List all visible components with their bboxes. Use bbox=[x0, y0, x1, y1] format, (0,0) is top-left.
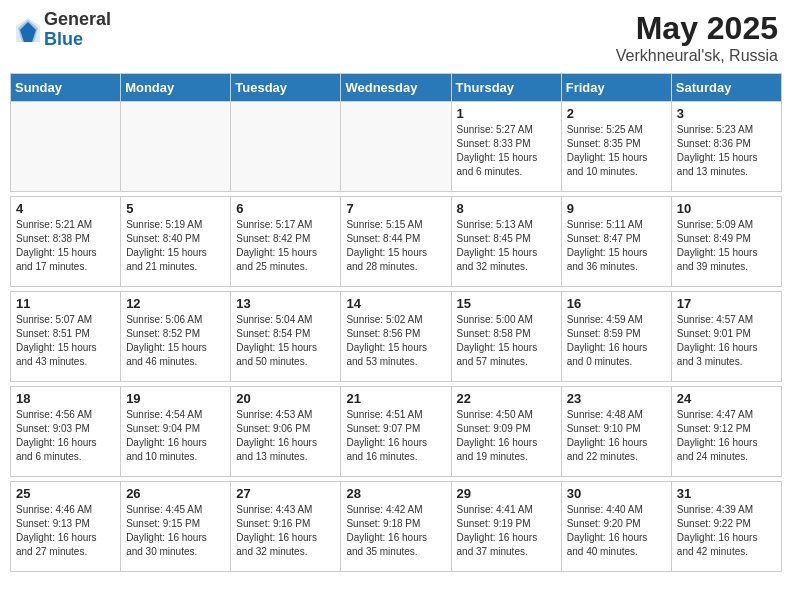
calendar-table: SundayMondayTuesdayWednesdayThursdayFrid… bbox=[10, 73, 782, 572]
calendar-cell: 19Sunrise: 4:54 AM Sunset: 9:04 PM Dayli… bbox=[121, 387, 231, 477]
day-number: 12 bbox=[126, 296, 225, 311]
logo-icon bbox=[14, 16, 42, 44]
day-info: Sunrise: 4:39 AM Sunset: 9:22 PM Dayligh… bbox=[677, 503, 776, 559]
calendar-cell: 9Sunrise: 5:11 AM Sunset: 8:47 PM Daylig… bbox=[561, 197, 671, 287]
title-block: May 2025 Verkhneural'sk, Russia bbox=[616, 10, 778, 65]
day-number: 17 bbox=[677, 296, 776, 311]
calendar-cell: 24Sunrise: 4:47 AM Sunset: 9:12 PM Dayli… bbox=[671, 387, 781, 477]
week-row-2: 4Sunrise: 5:21 AM Sunset: 8:38 PM Daylig… bbox=[11, 197, 782, 287]
day-info: Sunrise: 5:27 AM Sunset: 8:33 PM Dayligh… bbox=[457, 123, 556, 179]
day-number: 8 bbox=[457, 201, 556, 216]
calendar-cell: 8Sunrise: 5:13 AM Sunset: 8:45 PM Daylig… bbox=[451, 197, 561, 287]
day-number: 7 bbox=[346, 201, 445, 216]
weekday-header-row: SundayMondayTuesdayWednesdayThursdayFrid… bbox=[11, 74, 782, 102]
day-number: 13 bbox=[236, 296, 335, 311]
calendar-cell: 15Sunrise: 5:00 AM Sunset: 8:58 PM Dayli… bbox=[451, 292, 561, 382]
day-number: 16 bbox=[567, 296, 666, 311]
day-number: 31 bbox=[677, 486, 776, 501]
calendar-cell bbox=[121, 102, 231, 192]
calendar-cell: 4Sunrise: 5:21 AM Sunset: 8:38 PM Daylig… bbox=[11, 197, 121, 287]
day-info: Sunrise: 5:04 AM Sunset: 8:54 PM Dayligh… bbox=[236, 313, 335, 369]
weekday-header-friday: Friday bbox=[561, 74, 671, 102]
calendar-cell: 13Sunrise: 5:04 AM Sunset: 8:54 PM Dayli… bbox=[231, 292, 341, 382]
calendar-cell: 20Sunrise: 4:53 AM Sunset: 9:06 PM Dayli… bbox=[231, 387, 341, 477]
week-row-3: 11Sunrise: 5:07 AM Sunset: 8:51 PM Dayli… bbox=[11, 292, 782, 382]
weekday-header-wednesday: Wednesday bbox=[341, 74, 451, 102]
calendar-cell: 3Sunrise: 5:23 AM Sunset: 8:36 PM Daylig… bbox=[671, 102, 781, 192]
logo: General Blue bbox=[14, 10, 111, 50]
day-info: Sunrise: 5:25 AM Sunset: 8:35 PM Dayligh… bbox=[567, 123, 666, 179]
calendar-cell: 17Sunrise: 4:57 AM Sunset: 9:01 PM Dayli… bbox=[671, 292, 781, 382]
day-number: 3 bbox=[677, 106, 776, 121]
day-info: Sunrise: 5:17 AM Sunset: 8:42 PM Dayligh… bbox=[236, 218, 335, 274]
calendar-cell: 6Sunrise: 5:17 AM Sunset: 8:42 PM Daylig… bbox=[231, 197, 341, 287]
day-info: Sunrise: 5:21 AM Sunset: 8:38 PM Dayligh… bbox=[16, 218, 115, 274]
calendar-cell: 10Sunrise: 5:09 AM Sunset: 8:49 PM Dayli… bbox=[671, 197, 781, 287]
day-number: 15 bbox=[457, 296, 556, 311]
day-number: 25 bbox=[16, 486, 115, 501]
day-number: 21 bbox=[346, 391, 445, 406]
day-info: Sunrise: 4:45 AM Sunset: 9:15 PM Dayligh… bbox=[126, 503, 225, 559]
day-info: Sunrise: 4:57 AM Sunset: 9:01 PM Dayligh… bbox=[677, 313, 776, 369]
calendar-cell: 30Sunrise: 4:40 AM Sunset: 9:20 PM Dayli… bbox=[561, 482, 671, 572]
calendar-cell: 29Sunrise: 4:41 AM Sunset: 9:19 PM Dayli… bbox=[451, 482, 561, 572]
day-number: 30 bbox=[567, 486, 666, 501]
month-year-title: May 2025 bbox=[616, 10, 778, 47]
calendar-cell: 23Sunrise: 4:48 AM Sunset: 9:10 PM Dayli… bbox=[561, 387, 671, 477]
calendar-cell: 18Sunrise: 4:56 AM Sunset: 9:03 PM Dayli… bbox=[11, 387, 121, 477]
day-info: Sunrise: 4:40 AM Sunset: 9:20 PM Dayligh… bbox=[567, 503, 666, 559]
day-info: Sunrise: 4:59 AM Sunset: 8:59 PM Dayligh… bbox=[567, 313, 666, 369]
logo-general-text: General bbox=[44, 10, 111, 30]
weekday-header-thursday: Thursday bbox=[451, 74, 561, 102]
day-info: Sunrise: 5:00 AM Sunset: 8:58 PM Dayligh… bbox=[457, 313, 556, 369]
calendar-cell: 7Sunrise: 5:15 AM Sunset: 8:44 PM Daylig… bbox=[341, 197, 451, 287]
day-info: Sunrise: 5:15 AM Sunset: 8:44 PM Dayligh… bbox=[346, 218, 445, 274]
day-info: Sunrise: 5:19 AM Sunset: 8:40 PM Dayligh… bbox=[126, 218, 225, 274]
day-number: 5 bbox=[126, 201, 225, 216]
weekday-header-tuesday: Tuesday bbox=[231, 74, 341, 102]
location-subtitle: Verkhneural'sk, Russia bbox=[616, 47, 778, 65]
day-number: 23 bbox=[567, 391, 666, 406]
week-row-1: 1Sunrise: 5:27 AM Sunset: 8:33 PM Daylig… bbox=[11, 102, 782, 192]
day-info: Sunrise: 5:11 AM Sunset: 8:47 PM Dayligh… bbox=[567, 218, 666, 274]
day-number: 19 bbox=[126, 391, 225, 406]
day-info: Sunrise: 4:43 AM Sunset: 9:16 PM Dayligh… bbox=[236, 503, 335, 559]
day-info: Sunrise: 4:54 AM Sunset: 9:04 PM Dayligh… bbox=[126, 408, 225, 464]
page-header: General Blue May 2025 Verkhneural'sk, Ru… bbox=[10, 10, 782, 65]
calendar-cell bbox=[341, 102, 451, 192]
day-info: Sunrise: 4:53 AM Sunset: 9:06 PM Dayligh… bbox=[236, 408, 335, 464]
calendar-cell: 11Sunrise: 5:07 AM Sunset: 8:51 PM Dayli… bbox=[11, 292, 121, 382]
day-info: Sunrise: 4:56 AM Sunset: 9:03 PM Dayligh… bbox=[16, 408, 115, 464]
weekday-header-monday: Monday bbox=[121, 74, 231, 102]
day-number: 20 bbox=[236, 391, 335, 406]
day-info: Sunrise: 5:07 AM Sunset: 8:51 PM Dayligh… bbox=[16, 313, 115, 369]
day-info: Sunrise: 4:51 AM Sunset: 9:07 PM Dayligh… bbox=[346, 408, 445, 464]
day-number: 9 bbox=[567, 201, 666, 216]
calendar-cell: 5Sunrise: 5:19 AM Sunset: 8:40 PM Daylig… bbox=[121, 197, 231, 287]
day-number: 28 bbox=[346, 486, 445, 501]
calendar-cell: 14Sunrise: 5:02 AM Sunset: 8:56 PM Dayli… bbox=[341, 292, 451, 382]
calendar-cell: 26Sunrise: 4:45 AM Sunset: 9:15 PM Dayli… bbox=[121, 482, 231, 572]
calendar-cell: 27Sunrise: 4:43 AM Sunset: 9:16 PM Dayli… bbox=[231, 482, 341, 572]
day-number: 18 bbox=[16, 391, 115, 406]
day-info: Sunrise: 5:13 AM Sunset: 8:45 PM Dayligh… bbox=[457, 218, 556, 274]
calendar-cell: 16Sunrise: 4:59 AM Sunset: 8:59 PM Dayli… bbox=[561, 292, 671, 382]
calendar-cell: 28Sunrise: 4:42 AM Sunset: 9:18 PM Dayli… bbox=[341, 482, 451, 572]
day-number: 1 bbox=[457, 106, 556, 121]
day-info: Sunrise: 5:06 AM Sunset: 8:52 PM Dayligh… bbox=[126, 313, 225, 369]
calendar-cell: 1Sunrise: 5:27 AM Sunset: 8:33 PM Daylig… bbox=[451, 102, 561, 192]
weekday-header-sunday: Sunday bbox=[11, 74, 121, 102]
calendar-cell bbox=[11, 102, 121, 192]
day-number: 11 bbox=[16, 296, 115, 311]
day-info: Sunrise: 4:48 AM Sunset: 9:10 PM Dayligh… bbox=[567, 408, 666, 464]
calendar-cell: 22Sunrise: 4:50 AM Sunset: 9:09 PM Dayli… bbox=[451, 387, 561, 477]
calendar-cell: 21Sunrise: 4:51 AM Sunset: 9:07 PM Dayli… bbox=[341, 387, 451, 477]
week-row-5: 25Sunrise: 4:46 AM Sunset: 9:13 PM Dayli… bbox=[11, 482, 782, 572]
day-number: 4 bbox=[16, 201, 115, 216]
day-number: 29 bbox=[457, 486, 556, 501]
day-number: 27 bbox=[236, 486, 335, 501]
calendar-cell bbox=[231, 102, 341, 192]
day-number: 22 bbox=[457, 391, 556, 406]
calendar-cell: 25Sunrise: 4:46 AM Sunset: 9:13 PM Dayli… bbox=[11, 482, 121, 572]
week-row-4: 18Sunrise: 4:56 AM Sunset: 9:03 PM Dayli… bbox=[11, 387, 782, 477]
